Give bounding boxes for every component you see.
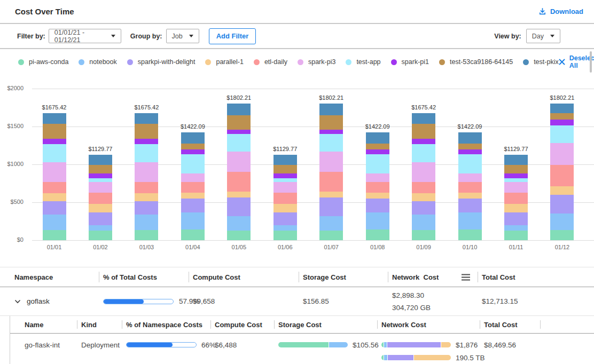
legend-item-test-53ca9186-64145[interactable]: test-53ca9186-64145 xyxy=(439,58,513,66)
bar-segment-pi-aws-conda[interactable] xyxy=(412,230,435,240)
bar-segment-parallel-1[interactable] xyxy=(89,204,112,212)
bar-segment-spark-pi3[interactable] xyxy=(366,173,389,182)
bar-segment-test-53ca9186-64145[interactable] xyxy=(458,144,482,149)
legend-item-spark-pi1[interactable]: spark-pi1 xyxy=(391,58,429,66)
bar-segment-etl-daily[interactable] xyxy=(550,165,574,186)
bar-segment-notebook[interactable] xyxy=(43,215,66,230)
bar-segment-etl-daily[interactable] xyxy=(412,182,435,193)
bar-segment-sparkpi-with-delight[interactable] xyxy=(227,197,251,216)
bar-segment-spark-pi3[interactable] xyxy=(458,173,482,182)
legend-item-test-app[interactable]: test-app xyxy=(346,58,380,66)
bar-segment-sparkpi-with-delight[interactable] xyxy=(89,212,112,225)
bar-segment-notebook[interactable] xyxy=(319,216,343,231)
bar-segment-parallel-1[interactable] xyxy=(366,193,389,199)
bar-segment-pi-aws-conda[interactable] xyxy=(89,231,112,240)
bar-segment-spark-pi1[interactable] xyxy=(273,173,297,179)
bar-segment-notebook[interactable] xyxy=(366,212,389,229)
bar-segment-spark-pi3[interactable] xyxy=(504,182,528,192)
stacked-bar-01/02[interactable] xyxy=(89,155,112,240)
bar-segment-sparkpi-with-delight[interactable] xyxy=(412,201,435,215)
bar-segment-test-53ca9186-64145[interactable] xyxy=(181,144,205,149)
legend-item-parallel-1[interactable]: parallel-1 xyxy=(205,58,243,66)
bar-segment-pi-aws-conda[interactable] xyxy=(43,230,66,240)
bar-segment-sparkpi-with-delight[interactable] xyxy=(550,195,574,213)
bar-segment-test-pkix[interactable] xyxy=(366,132,389,144)
bar-segment-etl-daily[interactable] xyxy=(89,193,112,204)
bar-segment-notebook[interactable] xyxy=(273,225,297,231)
bar-segment-parallel-1[interactable] xyxy=(412,193,435,201)
bar-segment-spark-pi1[interactable] xyxy=(504,173,528,179)
bar-segment-spark-pi3[interactable] xyxy=(550,143,574,165)
bar-segment-parallel-1[interactable] xyxy=(550,186,574,195)
deselect-all-button[interactable]: Deselect All xyxy=(559,54,594,69)
menu-icon[interactable] xyxy=(460,273,471,281)
bar-segment-test-pkix[interactable] xyxy=(43,113,66,124)
bar-segment-parallel-1[interactable] xyxy=(227,192,251,197)
bar-segment-etl-daily[interactable] xyxy=(458,182,482,193)
bar-segment-test-app[interactable] xyxy=(273,178,297,182)
bar-segment-test-53ca9186-64145[interactable] xyxy=(504,165,528,173)
bar-segment-test-53ca9186-64145[interactable] xyxy=(43,124,66,139)
bar-segment-test-app[interactable] xyxy=(135,144,158,162)
bar-segment-spark-pi3[interactable] xyxy=(135,162,158,183)
bar-segment-test-app[interactable] xyxy=(412,144,435,162)
stacked-bar-01/06[interactable] xyxy=(273,155,297,240)
bar-segment-test-app[interactable] xyxy=(366,154,389,173)
bar-segment-spark-pi3[interactable] xyxy=(89,182,112,192)
bar-segment-test-app[interactable] xyxy=(43,144,66,162)
bar-segment-spark-pi1[interactable] xyxy=(550,120,574,125)
bar-segment-test-53ca9186-64145[interactable] xyxy=(412,124,435,139)
bar-segment-spark-pi3[interactable] xyxy=(319,152,343,172)
bar-segment-spark-pi3[interactable] xyxy=(412,162,435,183)
table-row-go-flask-int[interactable]: go-flask-int Deployment 66% $6,488 $105.… xyxy=(10,334,594,364)
bar-segment-pi-aws-conda[interactable] xyxy=(227,231,251,240)
stacked-bar-01/12[interactable] xyxy=(550,104,574,240)
bar-segment-etl-daily[interactable] xyxy=(273,193,297,204)
bar-segment-notebook[interactable] xyxy=(550,213,574,230)
stacked-bar-01/08[interactable] xyxy=(366,132,389,240)
bar-segment-pi-aws-conda[interactable] xyxy=(504,231,528,240)
bar-segment-etl-daily[interactable] xyxy=(227,172,251,192)
bar-segment-spark-pi3[interactable] xyxy=(227,152,251,172)
bar-segment-parallel-1[interactable] xyxy=(181,193,205,199)
stacked-bar-01/11[interactable] xyxy=(504,155,528,240)
legend-item-sparkpi-with-delight[interactable]: sparkpi-with-delight xyxy=(127,58,196,66)
bar-segment-etl-daily[interactable] xyxy=(319,172,343,192)
bar-segment-test-pkix[interactable] xyxy=(458,132,482,144)
bar-segment-sparkpi-with-delight[interactable] xyxy=(181,199,205,213)
bar-segment-sparkpi-with-delight[interactable] xyxy=(273,212,297,225)
bar-segment-sparkpi-with-delight[interactable] xyxy=(504,212,528,225)
bar-segment-notebook[interactable] xyxy=(412,215,435,230)
bar-segment-test-53ca9186-64145[interactable] xyxy=(89,165,112,173)
bar-segment-parallel-1[interactable] xyxy=(135,193,158,201)
bar-segment-spark-pi1[interactable] xyxy=(89,173,112,179)
bar-segment-test-pkix[interactable] xyxy=(135,113,158,124)
bar-segment-sparkpi-with-delight[interactable] xyxy=(319,197,343,216)
bar-segment-test-pkix[interactable] xyxy=(273,155,297,165)
bar-segment-spark-pi1[interactable] xyxy=(227,130,251,134)
bar-segment-pi-aws-conda[interactable] xyxy=(319,231,343,240)
bar-segment-test-pkix[interactable] xyxy=(504,155,528,165)
stacked-bar-01/05[interactable] xyxy=(227,104,251,240)
bar-segment-pi-aws-conda[interactable] xyxy=(181,230,205,240)
bar-segment-parallel-1[interactable] xyxy=(504,204,528,212)
bar-segment-spark-pi1[interactable] xyxy=(366,149,389,154)
legend-item-notebook[interactable]: notebook xyxy=(79,58,116,66)
stacked-bar-01/10[interactable] xyxy=(458,132,482,240)
bar-segment-parallel-1[interactable] xyxy=(43,193,66,201)
bar-segment-spark-pi1[interactable] xyxy=(43,139,66,145)
bar-segment-pi-aws-conda[interactable] xyxy=(458,230,482,240)
bar-segment-test-53ca9186-64145[interactable] xyxy=(135,124,158,139)
bar-segment-test-pkix[interactable] xyxy=(89,155,112,165)
bar-segment-test-app[interactable] xyxy=(89,178,112,182)
bar-segment-test-pkix[interactable] xyxy=(319,104,343,115)
bar-segment-etl-daily[interactable] xyxy=(135,182,158,193)
legend-item-etl-daily[interactable]: etl-daily xyxy=(254,58,287,66)
bar-segment-etl-daily[interactable] xyxy=(43,182,66,193)
bar-segment-test-pkix[interactable] xyxy=(227,104,251,115)
stacked-bar-01/01[interactable] xyxy=(43,113,66,240)
bar-segment-test-53ca9186-64145[interactable] xyxy=(319,115,343,130)
chevron-down-icon[interactable] xyxy=(14,298,21,305)
date-range-select[interactable]: 01/01/21 - 01/12/21 xyxy=(49,29,121,43)
bar-segment-parallel-1[interactable] xyxy=(319,192,343,197)
